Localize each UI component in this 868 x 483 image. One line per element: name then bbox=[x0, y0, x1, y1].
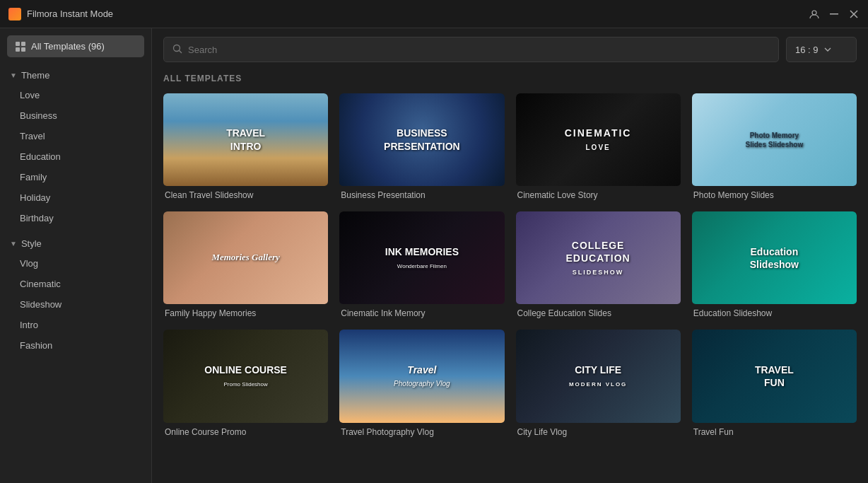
template-thumb-city: CITY LIFEMODERN VLOG bbox=[516, 330, 681, 422]
template-label-cinematic-ink: Cinematic Ink Memory bbox=[339, 308, 504, 318]
template-label-family-happy: Family Happy Memories bbox=[163, 308, 328, 318]
app-title: Filmora Instant Mode bbox=[27, 8, 113, 19]
template-label-travel-photo: Travel Photography Vlog bbox=[339, 427, 504, 437]
template-thumb-photo: Photo MemorySlides Slideshow bbox=[692, 93, 857, 186]
thumb-text-travel-fun: TRAVELFUN bbox=[752, 361, 797, 392]
thumb-text-college: COLLEGEEDUCATIONSLIDESHOW bbox=[563, 236, 633, 281]
search-bar: 16 : 9 bbox=[152, 28, 868, 71]
sidebar-item-education-label: Education bbox=[20, 151, 61, 162]
template-card-edu-slideshow[interactable]: EducationSlideshow Education Slideshow bbox=[692, 211, 857, 318]
all-templates-button[interactable]: All Templates (96) bbox=[7, 35, 144, 57]
app-logo bbox=[8, 8, 21, 21]
svg-point-0 bbox=[812, 11, 816, 15]
template-thumb-business: BUSINESSPRESENTATION bbox=[339, 93, 504, 186]
template-label-cinematic-love: Cinematic Love Story bbox=[516, 190, 681, 200]
sidebar-item-holiday[interactable]: Holiday bbox=[0, 187, 151, 208]
sidebar-item-family-label: Family bbox=[20, 172, 47, 182]
titlebar-left: Filmora Instant Mode bbox=[8, 8, 113, 21]
templates-area: ALL TEMPLATES TRAVELINTRO Clean Travel S… bbox=[152, 71, 868, 483]
template-thumb-edu-slide: EducationSlideshow bbox=[692, 211, 857, 304]
sidebar-item-business[interactable]: Business bbox=[0, 105, 151, 126]
thumb-text-photo: Photo MemorySlides Slideshow bbox=[743, 128, 807, 152]
sidebar-item-birthday-label: Birthday bbox=[20, 213, 54, 223]
svg-point-4 bbox=[174, 45, 180, 51]
thumb-text-family: Memories Gallery bbox=[209, 249, 282, 267]
sidebar-item-cinematic[interactable]: Cinematic bbox=[0, 274, 151, 294]
template-card-cinematic-love[interactable]: CINEMATICLOVE Cinematic Love Story bbox=[516, 93, 681, 200]
sidebar-item-birthday[interactable]: Birthday bbox=[0, 208, 151, 228]
section-title: ALL TEMPLATES bbox=[163, 74, 857, 83]
sidebar-item-intro-label: Intro bbox=[20, 320, 38, 330]
sidebar-item-love[interactable]: Love bbox=[0, 85, 151, 105]
thumb-text-city: CITY LIFEMODERN VLOG bbox=[566, 361, 630, 392]
sidebar-item-fashion-label: Fashion bbox=[20, 340, 52, 351]
sidebar-item-cinematic-label: Cinematic bbox=[20, 279, 61, 289]
sidebar: All Templates (96) ▼ Theme Love Business… bbox=[0, 28, 152, 483]
sidebar-item-travel[interactable]: Travel bbox=[0, 126, 151, 146]
thumb-text-business: BUSINESSPRESENTATION bbox=[381, 124, 463, 155]
template-card-family-happy[interactable]: Memories Gallery Family Happy Memories bbox=[163, 211, 328, 318]
template-card-city-life[interactable]: CITY LIFEMODERN VLOG City Life Vlog bbox=[516, 330, 681, 436]
sidebar-item-vlog[interactable]: Vlog bbox=[0, 253, 151, 274]
aspect-ratio-dropdown[interactable]: 16 : 9 bbox=[786, 37, 857, 62]
template-thumb-online: ONLINE COURSEPromo Slideshow bbox=[163, 330, 328, 422]
template-card-travel-fun[interactable]: TRAVELFUN Travel Fun bbox=[692, 330, 857, 436]
all-templates-label: All Templates (96) bbox=[31, 41, 105, 52]
sidebar-item-love-label: Love bbox=[20, 90, 40, 100]
theme-chevron: ▼ bbox=[10, 71, 17, 79]
aspect-ratio-label: 16 : 9 bbox=[795, 45, 819, 55]
template-label-photo-memory: Photo Memory Slides bbox=[692, 190, 857, 200]
sidebar-item-education[interactable]: Education bbox=[0, 146, 151, 167]
template-label-city-life: City Life Vlog bbox=[516, 427, 681, 437]
template-card-cinematic-ink[interactable]: INK MEMORIESWonderbare Filmen Cinematic … bbox=[339, 211, 504, 318]
sidebar-section-style: ▼ Style Vlog Cinematic Slideshow Intro F… bbox=[0, 231, 151, 359]
sidebar-item-family[interactable]: Family bbox=[0, 167, 151, 187]
template-label-edu-slideshow: Education Slideshow bbox=[692, 308, 857, 318]
sidebar-item-slideshow-label: Slideshow bbox=[20, 299, 61, 310]
content-area: 16 : 9 ALL TEMPLATES TRAVELINTRO Clean T… bbox=[152, 28, 868, 483]
chevron-down-icon bbox=[824, 47, 831, 52]
template-thumb-travel-fun: TRAVELFUN bbox=[692, 330, 857, 422]
style-section-header[interactable]: ▼ Style bbox=[0, 234, 151, 253]
template-thumb-cinematic: CINEMATICLOVE bbox=[516, 93, 681, 186]
titlebar: Filmora Instant Mode bbox=[0, 0, 868, 28]
sidebar-item-travel-label: Travel bbox=[20, 131, 45, 141]
thumb-text-edu-slide: EducationSlideshow bbox=[747, 243, 802, 274]
template-card-college[interactable]: COLLEGEEDUCATIONSLIDESHOW College Educat… bbox=[516, 211, 681, 318]
template-card-photo-memory[interactable]: Photo MemorySlides Slideshow Photo Memor… bbox=[692, 93, 857, 200]
template-thumb-travel: TRAVELINTRO bbox=[163, 93, 328, 186]
template-label-online-course: Online Course Promo bbox=[163, 427, 328, 437]
thumb-text-cinematic: CINEMATICLOVE bbox=[562, 124, 635, 155]
search-input-wrap bbox=[163, 37, 779, 62]
grid-icon bbox=[16, 42, 25, 52]
template-card-travel-photo[interactable]: TravelPhotography Vlog Travel Photograph… bbox=[339, 330, 504, 436]
minimize-button[interactable] bbox=[828, 8, 840, 20]
main-layout: All Templates (96) ▼ Theme Love Business… bbox=[0, 28, 868, 483]
template-label-travel: Clean Travel Slideshow bbox=[163, 190, 328, 200]
thumb-text-travel: TRAVELINTRO bbox=[223, 124, 268, 155]
sidebar-item-holiday-label: Holiday bbox=[20, 192, 50, 203]
sidebar-item-fashion[interactable]: Fashion bbox=[0, 335, 151, 356]
template-label-business: Business Presentation bbox=[339, 190, 504, 200]
templates-grid: TRAVELINTRO Clean Travel Slideshow BUSIN… bbox=[163, 93, 857, 437]
template-thumb-college: COLLEGEEDUCATIONSLIDESHOW bbox=[516, 211, 681, 304]
style-label: Style bbox=[21, 238, 42, 249]
sidebar-item-slideshow[interactable]: Slideshow bbox=[0, 294, 151, 315]
thumb-text-online: ONLINE COURSEPromo Slideshow bbox=[201, 361, 290, 392]
template-card-business[interactable]: BUSINESSPRESENTATION Business Presentati… bbox=[339, 93, 504, 200]
sidebar-item-intro[interactable]: Intro bbox=[0, 315, 151, 335]
sidebar-item-business-label: Business bbox=[20, 110, 57, 121]
template-thumb-ink: INK MEMORIESWonderbare Filmen bbox=[339, 211, 504, 304]
user-icon[interactable] bbox=[809, 8, 820, 20]
theme-label: Theme bbox=[21, 70, 49, 81]
close-button[interactable] bbox=[848, 8, 860, 20]
titlebar-controls bbox=[809, 8, 860, 20]
template-card-clean-travel[interactable]: TRAVELINTRO Clean Travel Slideshow bbox=[163, 93, 328, 200]
search-input[interactable] bbox=[188, 37, 770, 62]
template-thumb-travel-photo: TravelPhotography Vlog bbox=[339, 330, 504, 422]
svg-rect-1 bbox=[830, 13, 838, 15]
thumb-text-travel-photo: TravelPhotography Vlog bbox=[391, 361, 453, 392]
sidebar-section-theme: ▼ Theme Love Business Travel Education F… bbox=[0, 63, 151, 231]
theme-section-header[interactable]: ▼ Theme bbox=[0, 66, 151, 85]
template-card-online-course[interactable]: ONLINE COURSEPromo Slideshow Online Cour… bbox=[163, 330, 328, 436]
